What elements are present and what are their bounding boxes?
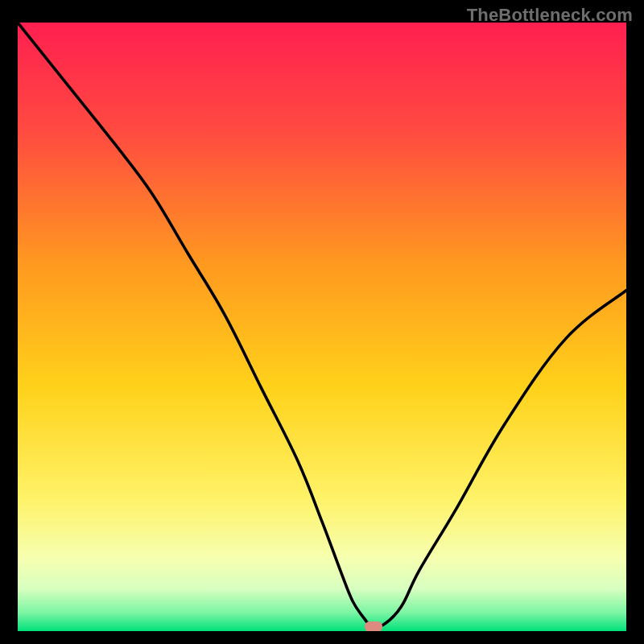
plot-area <box>18 23 626 631</box>
gradient-background <box>18 23 626 631</box>
watermark-text: TheBottleneck.com <box>467 5 633 26</box>
chart-frame: TheBottleneck.com <box>0 0 644 644</box>
optimal-marker <box>365 621 382 631</box>
plot-svg <box>18 23 626 631</box>
